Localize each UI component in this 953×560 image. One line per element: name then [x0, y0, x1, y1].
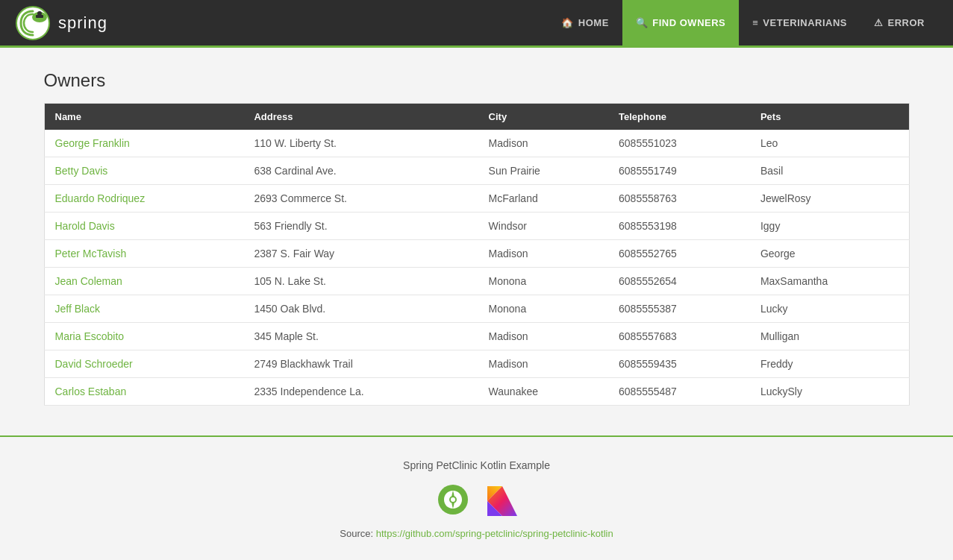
- owner-telephone-cell: 6085557683: [608, 323, 750, 350]
- owner-pets-cell: LuckySly: [750, 378, 909, 406]
- kotlin-icon: [484, 483, 517, 516]
- table-row: Carlos Estaban2335 Independence La.Wauna…: [44, 378, 909, 406]
- table-row: Maria Escobito345 Maple St.Madison608555…: [44, 323, 909, 350]
- owner-name-cell: Jean Coleman: [44, 268, 243, 295]
- owner-address-cell: 638 Cardinal Ave.: [243, 157, 478, 185]
- owner-name-link[interactable]: David Schroeder: [55, 358, 133, 370]
- owner-city-cell: Madison: [478, 350, 608, 378]
- table-row: Eduardo Rodriquez2693 Commerce St.McFarl…: [44, 185, 909, 213]
- owner-address-cell: 2749 Blackhawk Trail: [243, 350, 478, 378]
- table-row: Betty Davis638 Cardinal Ave.Sun Prairie6…: [44, 157, 909, 185]
- table-row: Harold Davis563 Friendly St.Windsor60855…: [44, 213, 909, 240]
- owner-pets-cell: Lucky: [750, 295, 909, 323]
- owner-telephone-cell: 6085555387: [608, 295, 750, 323]
- owner-name-link[interactable]: Jeff Black: [55, 303, 100, 315]
- owner-city-cell: Sun Prairie: [478, 157, 608, 185]
- col-address: Address: [243, 104, 478, 130]
- owner-city-cell: Windsor: [478, 213, 608, 240]
- owner-name-link[interactable]: Betty Davis: [55, 165, 108, 177]
- owner-address-cell: 345 Maple St.: [243, 323, 478, 350]
- nav-error-label: ERROR: [888, 17, 925, 28]
- owner-telephone-cell: 6085551749: [608, 157, 750, 185]
- footer-source-link[interactable]: https://github.com/spring-petclinic/spri…: [376, 528, 613, 539]
- owner-telephone-cell: 6085555487: [608, 378, 750, 406]
- owner-pets-cell: JewelRosy: [750, 185, 909, 213]
- owner-telephone-cell: 6085558763: [608, 185, 750, 213]
- table-row: David Schroeder2749 Blackhawk TrailMadis…: [44, 350, 909, 378]
- footer-icons: [0, 483, 953, 516]
- table-header: Name Address City Telephone Pets: [44, 104, 909, 130]
- footer-source-label: Source:: [340, 528, 373, 539]
- owners-table: Name Address City Telephone Pets George …: [44, 103, 910, 406]
- owner-pets-cell: Leo: [750, 130, 909, 157]
- footer: Spring PetClinic Kotlin Example: [0, 435, 953, 554]
- owner-name-link[interactable]: Carlos Estaban: [55, 386, 127, 397]
- svg-point-3: [37, 11, 42, 16]
- home-icon: 🏠: [561, 17, 574, 28]
- spring-logo-icon: [15, 5, 51, 41]
- owner-name-cell: Betty Davis: [44, 157, 243, 185]
- owner-name-cell: Eduardo Rodriquez: [44, 185, 243, 213]
- brand-name: spring: [58, 13, 107, 33]
- navbar: spring 🏠 HOME 🔍 FIND OWNERS ≡ VETERINARI…: [0, 0, 953, 48]
- owner-pets-cell: Iggy: [750, 213, 909, 240]
- owner-city-cell: Monona: [478, 268, 608, 295]
- owner-city-cell: Madison: [478, 130, 608, 157]
- owner-pets-cell: MaxSamantha: [750, 268, 909, 295]
- owner-address-cell: 105 N. Lake St.: [243, 268, 478, 295]
- owner-city-cell: McFarland: [478, 185, 608, 213]
- owner-address-cell: 2693 Commerce St.: [243, 185, 478, 213]
- owner-telephone-cell: 6085552765: [608, 240, 750, 268]
- owner-name-link[interactable]: Peter McTavish: [55, 248, 127, 259]
- col-city: City: [478, 104, 608, 130]
- owner-telephone-cell: 6085551023: [608, 130, 750, 157]
- nav-find-owners-label: FIND OWNERS: [652, 17, 725, 28]
- owner-name-link[interactable]: Harold Davis: [55, 220, 115, 232]
- brand-logo-link[interactable]: spring: [15, 5, 107, 41]
- col-pets: Pets: [750, 104, 909, 130]
- spring-boot-icon: [437, 483, 469, 516]
- owner-telephone-cell: 6085559435: [608, 350, 750, 378]
- list-icon: ≡: [752, 17, 758, 28]
- nav-veterinarians[interactable]: ≡ VETERINARIANS: [739, 0, 860, 45]
- owner-name-link[interactable]: Jean Coleman: [55, 275, 122, 287]
- owner-name-link[interactable]: Maria Escobito: [55, 330, 125, 342]
- footer-text: Spring PetClinic Kotlin Example: [0, 459, 953, 471]
- owner-city-cell: Waunakee: [478, 378, 608, 406]
- owner-address-cell: 563 Friendly St.: [243, 213, 478, 240]
- table-row: Jeff Black1450 Oak Blvd.Monona6085555387…: [44, 295, 909, 323]
- owner-telephone-cell: 6085552654: [608, 268, 750, 295]
- owner-name-cell: Maria Escobito: [44, 323, 243, 350]
- owner-name-link[interactable]: Eduardo Rodriquez: [55, 192, 146, 204]
- owner-name-cell: Jeff Black: [44, 295, 243, 323]
- nav-home[interactable]: 🏠 HOME: [548, 0, 622, 45]
- table-row: Jean Coleman105 N. Lake St.Monona6085552…: [44, 268, 909, 295]
- main-content: Owners Name Address City Telephone Pets …: [29, 70, 925, 406]
- footer-source: Source: https://github.com/spring-petcli…: [0, 528, 953, 539]
- owner-name-cell: George Franklin: [44, 130, 243, 157]
- col-name: Name: [44, 104, 243, 130]
- table-body: George Franklin110 W. Liberty St.Madison…: [44, 130, 909, 406]
- owner-city-cell: Monona: [478, 295, 608, 323]
- table-header-row: Name Address City Telephone Pets: [44, 104, 909, 130]
- svg-point-6: [451, 497, 455, 502]
- owner-name-cell: Carlos Estaban: [44, 378, 243, 406]
- owner-name-cell: Peter McTavish: [44, 240, 243, 268]
- owner-telephone-cell: 6085553198: [608, 213, 750, 240]
- owner-address-cell: 110 W. Liberty St.: [243, 130, 478, 157]
- owner-address-cell: 1450 Oak Blvd.: [243, 295, 478, 323]
- nav-menu: 🏠 HOME 🔍 FIND OWNERS ≡ VETERINARIANS ⚠ E…: [548, 0, 938, 45]
- nav-home-label: HOME: [578, 17, 609, 28]
- owner-pets-cell: Basil: [750, 157, 909, 185]
- col-telephone: Telephone: [608, 104, 750, 130]
- owner-name-cell: David Schroeder: [44, 350, 243, 378]
- nav-error[interactable]: ⚠ ERROR: [860, 0, 938, 45]
- owner-city-cell: Madison: [478, 240, 608, 268]
- search-icon: 🔍: [636, 17, 649, 28]
- nav-find-owners[interactable]: 🔍 FIND OWNERS: [622, 0, 739, 45]
- page-title: Owners: [44, 70, 910, 91]
- warning-icon: ⚠: [874, 17, 884, 28]
- owner-pets-cell: George: [750, 240, 909, 268]
- owner-name-link[interactable]: George Franklin: [55, 137, 130, 149]
- owner-address-cell: 2387 S. Fair Way: [243, 240, 478, 268]
